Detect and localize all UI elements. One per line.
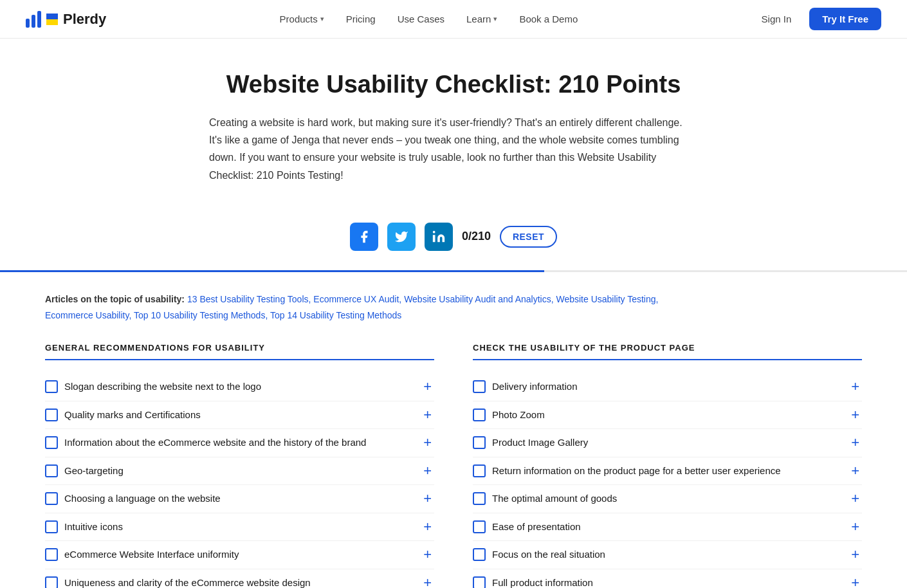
reset-button[interactable]: RESET	[500, 226, 557, 248]
expand-button[interactable]: +	[848, 408, 862, 422]
list-item: The optimal amount of goods +	[473, 485, 862, 513]
checklist-left: The optimal amount of goods	[473, 492, 841, 506]
article-link-4[interactable]: Website Usability Testing,	[556, 294, 658, 304]
linkedin-share-button[interactable]	[425, 223, 453, 251]
list-item: Uniqueness and clarity of the eCommerce …	[45, 569, 434, 588]
list-item: Ease of presentation +	[473, 513, 862, 542]
expand-button[interactable]: +	[421, 436, 434, 450]
checkbox-right-1[interactable]	[473, 409, 486, 421]
checkbox-2[interactable]	[45, 436, 58, 449]
list-item: Focus on the real situation +	[473, 541, 862, 569]
header: Plerdy Products ▾ Pricing Use Cases Lear…	[0, 0, 907, 39]
checkbox-0[interactable]	[45, 380, 58, 393]
facebook-share-button[interactable]	[350, 223, 378, 251]
checkbox-right-7[interactable]	[473, 576, 486, 588]
article-link-1[interactable]: 13 Best Usability Testing Tools,	[187, 294, 311, 304]
checklist-left: Photo Zoom	[473, 408, 841, 423]
nav-use-cases[interactable]: Use Cases	[389, 8, 454, 30]
article-link-7[interactable]: Top 14 Usability Testing Methods	[270, 310, 401, 320]
checkbox-3[interactable]	[45, 464, 58, 477]
article-link-6[interactable]: Top 10 Usability Testing Methods,	[134, 310, 268, 320]
checklist-left: Focus on the real situation	[473, 547, 841, 562]
articles-line: Articles on the topic of usability: 13 B…	[45, 291, 862, 324]
twitter-share-button[interactable]	[387, 223, 416, 251]
nav-book-demo[interactable]: Book a Demo	[510, 8, 587, 30]
expand-button[interactable]: +	[421, 464, 434, 478]
hero-description: Creating a website is hard work, but mak…	[209, 114, 698, 184]
left-column-title: GENERAL RECOMMENDATIONS FOR USABILITY	[45, 343, 434, 360]
checkbox-6[interactable]	[45, 548, 58, 561]
list-item: Delivery information +	[473, 373, 862, 401]
checkbox-right-0[interactable]	[473, 380, 486, 393]
expand-button[interactable]: +	[848, 492, 862, 506]
expand-button[interactable]: +	[848, 520, 862, 534]
checkbox-right-6[interactable]	[473, 548, 486, 561]
main-nav: Products ▾ Pricing Use Cases Learn ▾ Boo…	[271, 8, 587, 30]
checklist-columns: GENERAL RECOMMENDATIONS FOR USABILITY Sl…	[45, 343, 862, 588]
checklist-left: Geo-targeting	[45, 464, 413, 479]
nav-learn[interactable]: Learn ▾	[457, 8, 506, 30]
item-label: Photo Zoom	[492, 408, 545, 423]
sign-in-button[interactable]: Sign In	[751, 8, 802, 30]
checkbox-right-2[interactable]	[473, 436, 486, 449]
checklist-left: Quality marks and Certifications	[45, 408, 413, 423]
expand-button[interactable]: +	[421, 380, 434, 394]
expand-button[interactable]: +	[848, 380, 862, 394]
expand-button[interactable]: +	[421, 520, 434, 534]
logo-text: Plerdy	[63, 11, 106, 28]
item-label: Return information on the product page f…	[492, 464, 781, 479]
nav-pricing[interactable]: Pricing	[337, 8, 385, 30]
checklist-left: Return information on the product page f…	[473, 464, 841, 479]
checkbox-7[interactable]	[45, 576, 58, 588]
expand-button[interactable]: +	[421, 576, 434, 588]
checklist-left: Intuitive icons	[45, 520, 413, 535]
expand-button[interactable]: +	[421, 492, 434, 506]
checklist-left: Full product information	[473, 576, 841, 588]
item-label: Ease of presentation	[492, 520, 581, 535]
article-link-5[interactable]: Ecommerce Usability,	[45, 310, 131, 320]
expand-button[interactable]: +	[421, 408, 434, 422]
article-link-3[interactable]: Website Usability Audit and Analytics,	[404, 294, 553, 304]
checkbox-right-3[interactable]	[473, 464, 486, 477]
checklist-left: Choosing a language on the website	[45, 492, 413, 506]
expand-button[interactable]: +	[848, 576, 862, 588]
checkbox-1[interactable]	[45, 409, 58, 421]
expand-button[interactable]: +	[848, 547, 862, 562]
chevron-down-icon: ▾	[493, 15, 497, 23]
svg-point-0	[433, 231, 435, 234]
expand-button[interactable]: +	[848, 436, 862, 450]
list-item: Return information on the product page f…	[473, 457, 862, 486]
item-label: Focus on the real situation	[492, 547, 605, 562]
item-label: Full product information	[492, 576, 593, 588]
item-label: Intuitive icons	[64, 520, 123, 535]
logo-bar-2	[32, 15, 35, 28]
hero-section: Website Usability Checklist: 210 Points …	[164, 39, 743, 203]
twitter-icon	[394, 230, 408, 244]
right-column-title: CHECK THE USABILITY OF THE PRODUCT PAGE	[473, 343, 862, 360]
list-item: Photo Zoom +	[473, 401, 862, 430]
checklist-left: Product Image Gallery	[473, 436, 841, 450]
checkbox-4[interactable]	[45, 492, 58, 505]
logo[interactable]: Plerdy	[26, 11, 106, 28]
checkbox-right-4[interactable]	[473, 492, 486, 505]
linkedin-icon	[432, 230, 446, 244]
left-column: GENERAL RECOMMENDATIONS FOR USABILITY Sl…	[45, 343, 434, 588]
logo-bar-1	[26, 19, 30, 28]
facebook-icon	[357, 230, 371, 244]
checkbox-right-5[interactable]	[473, 520, 486, 533]
chevron-down-icon: ▾	[320, 15, 324, 23]
list-item: Intuitive icons +	[45, 513, 434, 542]
article-link-2[interactable]: Ecommerce UX Audit,	[313, 294, 401, 304]
expand-button[interactable]: +	[421, 547, 434, 562]
checkbox-5[interactable]	[45, 520, 58, 533]
item-label: Choosing a language on the website	[64, 492, 221, 506]
header-actions: Sign In Try It Free	[751, 8, 881, 30]
page-title: Website Usability Checklist: 210 Points	[190, 71, 717, 98]
checklist-left: eCommerce Website Interface uniformity	[45, 547, 413, 562]
nav-products[interactable]: Products ▾	[271, 8, 333, 30]
item-label: Slogan describing the website next to th…	[64, 380, 261, 394]
expand-button[interactable]: +	[848, 464, 862, 478]
content-area: Articles on the topic of usability: 13 B…	[19, 272, 888, 588]
try-free-button[interactable]: Try It Free	[809, 8, 881, 30]
item-label: Uniqueness and clarity of the eCommerce …	[64, 576, 311, 588]
